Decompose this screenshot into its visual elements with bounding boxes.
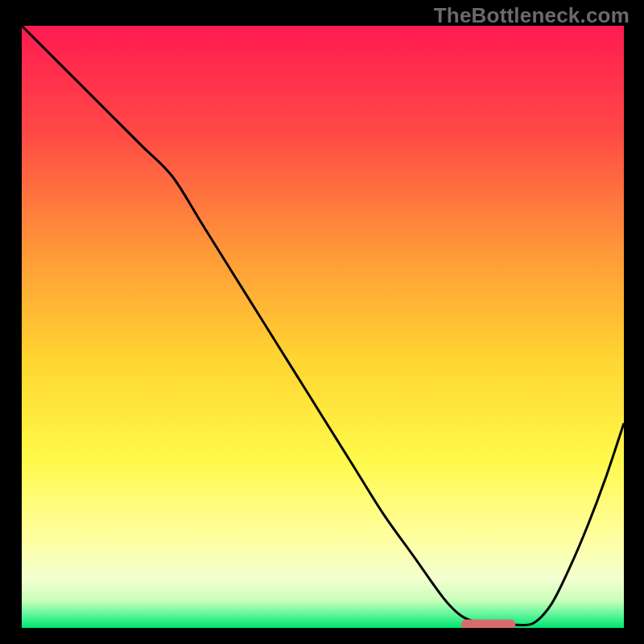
watermark-text: TheBottleneck.com: [434, 3, 630, 28]
plot-area: [22, 26, 624, 628]
chart-svg: [22, 26, 624, 628]
chart-frame: TheBottleneck.com: [0, 0, 644, 644]
optimal-marker: [461, 620, 515, 629]
